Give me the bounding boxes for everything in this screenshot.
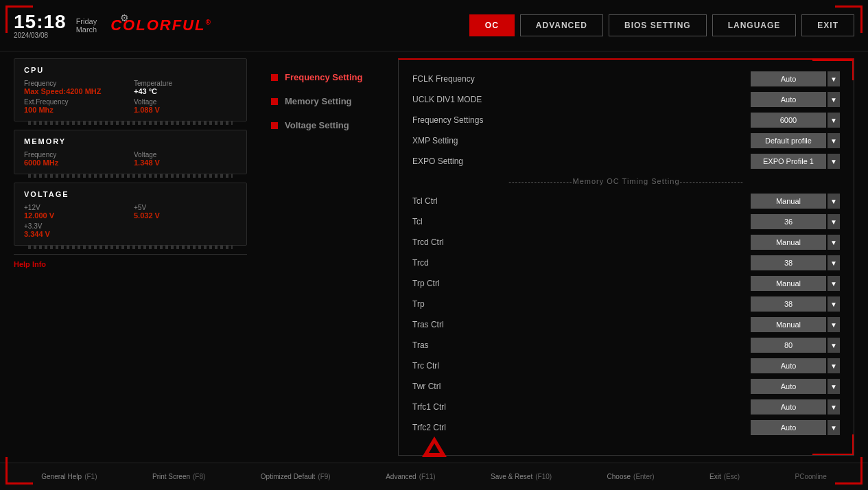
dropdown-xmp-setting[interactable]: ▼: [828, 133, 840, 148]
dropdown-expo-setting[interactable]: ▼: [828, 154, 840, 169]
voltage-grid: +12V 12.000 V +5V 5.032 V +3.3V 3.344 V: [24, 204, 237, 238]
valuebox-xmp-setting[interactable]: Default profile: [751, 133, 826, 148]
valuebox-uclk-div1-mode[interactable]: Auto: [751, 92, 826, 107]
time-block: 15:18 2024/03/08: [14, 12, 67, 39]
footer-print-screen: Print Screen (F8): [152, 473, 205, 480]
value-trp-ctrl: Manual ▼: [751, 276, 840, 291]
dropdown-tcl-ctrl[interactable]: ▼: [828, 194, 840, 209]
row-xmp-setting: XMP Setting Default profile ▼: [406, 130, 847, 151]
date-display: 2024/03/08: [14, 32, 67, 39]
dropdown-tras-ctrl[interactable]: ▼: [828, 317, 840, 332]
value-trc-ctrl: Auto ▼: [751, 358, 840, 373]
corner-decoration-bl: [5, 457, 33, 485]
memory-grid: Frequency 6000 MHz Voltage 1.348 V: [24, 151, 237, 167]
footer-shortcut-exit: (Esc): [724, 473, 740, 480]
valuebox-trc-ctrl[interactable]: Auto: [751, 358, 826, 373]
value-xmp-setting: Default profile ▼: [751, 133, 840, 148]
dropdown-trp-ctrl[interactable]: ▼: [828, 276, 840, 291]
valuebox-trp[interactable]: 38: [751, 296, 826, 312]
row-frequency-settings: Frequency Settings 6000 ▼: [406, 110, 847, 130]
dropdown-twr-ctrl[interactable]: ▼: [828, 379, 840, 394]
valuebox-trfc2-ctrl[interactable]: Auto: [751, 420, 826, 435]
voltage-title: VOLTAGE: [24, 190, 237, 198]
footer-shortcut-general-help: (F1): [84, 473, 97, 480]
valuebox-trfc1-ctrl[interactable]: Auto: [751, 399, 826, 415]
v33-value: 3.344 V: [24, 230, 127, 238]
label-trc-ctrl: Trc Ctrl: [412, 361, 439, 371]
cpu-grid: Frequency Max Speed:4200 MHZ Temperature…: [24, 80, 237, 114]
panel-corner-tr: [812, 60, 854, 80]
settings-container: FCLK Frequency Auto ▼ UCLK DIV1 MODE Aut…: [398, 58, 854, 456]
cpu-ext-freq-block: Ext.Frequency 100 Mhz: [24, 98, 127, 114]
cpu-freq-label: Frequency Max Speed:4200 MHZ: [24, 80, 127, 95]
valuebox-tcl[interactable]: 36: [751, 214, 826, 229]
row-tcl: Tcl 36 ▼: [406, 211, 847, 232]
footer-optimized-default: Optimized Default (F9): [261, 473, 331, 480]
valuebox-trcd-ctrl[interactable]: Manual: [751, 235, 826, 250]
row-trc-ctrl: Trc Ctrl Auto ▼: [406, 355, 847, 376]
valuebox-expo-setting[interactable]: EXPO Profile 1: [751, 154, 826, 169]
menu-label-frequency-setting: Frequency Setting: [285, 72, 362, 82]
help-info: Help Info: [14, 254, 247, 268]
menu-item-memory-setting[interactable]: Memory Setting: [261, 89, 384, 113]
value-trcd-ctrl: Manual ▼: [751, 235, 840, 250]
label-tras-ctrl: Tras Ctrl: [412, 320, 444, 329]
footer-shortcut-choose: (Enter): [633, 473, 655, 480]
dropdown-uclk-div1-mode[interactable]: ▼: [828, 92, 840, 107]
valuebox-frequency-settings[interactable]: 6000: [751, 113, 826, 128]
nav-buttons: OC ADVANCED BIOS SETTING LANGUAGE EXIT: [469, 14, 854, 36]
nav-btn-advanced[interactable]: ADVANCED: [520, 14, 603, 36]
value-trp: 38 ▼: [751, 296, 840, 312]
footer-shortcut-save-reset: (F10): [535, 473, 552, 480]
dropdown-frequency-settings[interactable]: ▼: [828, 113, 840, 128]
nav-btn-bios-setting[interactable]: BIOS SETTING: [609, 14, 707, 36]
valuebox-twr-ctrl[interactable]: Auto: [751, 379, 826, 394]
value-trfc2-ctrl: Auto ▼: [751, 420, 840, 435]
menu-item-frequency-setting[interactable]: Frequency Setting: [261, 65, 384, 89]
triangle-icon: [422, 436, 447, 457]
label-tcl: Tcl: [412, 217, 423, 226]
value-trfc1-ctrl: Auto ▼: [751, 399, 840, 415]
label-tcl-ctrl: Tcl Ctrl: [412, 196, 438, 206]
v12-block: +12V 12.000 V: [24, 204, 127, 220]
valuebox-tras[interactable]: 80: [751, 338, 826, 353]
dropdown-trfc1-ctrl[interactable]: ▼: [828, 399, 840, 415]
row-trp-ctrl: Trp Ctrl Manual ▼: [406, 273, 847, 294]
label-frequency-settings: Frequency Settings: [412, 115, 483, 125]
dropdown-trcd-ctrl[interactable]: ▼: [828, 235, 840, 250]
gear-icon: ⚙: [120, 12, 129, 23]
value-trcd: 38 ▼: [751, 255, 840, 270]
row-tcl-ctrl: Tcl Ctrl Manual ▼: [406, 191, 847, 211]
day-label: Friday: [76, 17, 97, 25]
nav-btn-oc[interactable]: OC: [469, 14, 515, 36]
left-panel: CPU Frequency Max Speed:4200 MHZ Tempera…: [0, 51, 261, 463]
label-trfc2-ctrl: Trfc2 Ctrl: [412, 423, 446, 432]
footer-key-print-screen: Print Screen: [152, 473, 190, 480]
nav-btn-exit[interactable]: EXIT: [801, 14, 854, 36]
cpu-title: CPU: [24, 66, 237, 74]
dropdown-trcd[interactable]: ▼: [828, 255, 840, 270]
dropdown-trp[interactable]: ▼: [828, 296, 840, 312]
valuebox-tras-ctrl[interactable]: Manual: [751, 317, 826, 332]
cpu-temp-value: +43 °C: [134, 87, 237, 95]
settings-scroll[interactable]: FCLK Frequency Auto ▼ UCLK DIV1 MODE Aut…: [399, 65, 854, 450]
label-trfc1-ctrl: Trfc1 Ctrl: [412, 402, 446, 412]
dropdown-tras[interactable]: ▼: [828, 338, 840, 353]
nav-btn-language[interactable]: LANGUAGE: [712, 14, 797, 36]
row-fclk-frequency: FCLK Frequency Auto ▼: [406, 69, 847, 89]
header-left: 15:18 2024/03/08 Friday March ⚙ COLORFUL…: [14, 12, 212, 39]
cpu-card: CPU Frequency Max Speed:4200 MHZ Tempera…: [14, 58, 247, 121]
row-trfc2-ctrl: Trfc2 Ctrl Auto ▼: [406, 417, 847, 438]
row-trp: Trp 38 ▼: [406, 294, 847, 314]
menu-item-voltage-setting[interactable]: Voltage Setting: [261, 113, 384, 137]
valuebox-trcd[interactable]: 38: [751, 255, 826, 270]
dropdown-trc-ctrl[interactable]: ▼: [828, 358, 840, 373]
row-trfc1-ctrl: Trfc1 Ctrl Auto ▼: [406, 397, 847, 417]
dropdown-trfc2-ctrl[interactable]: ▼: [828, 420, 840, 435]
valuebox-trp-ctrl[interactable]: Manual: [751, 276, 826, 291]
cpu-max-speed: Max Speed:4200 MHZ: [24, 87, 127, 95]
valuebox-tcl-ctrl[interactable]: Manual: [751, 194, 826, 209]
footer-key-general-help: General Help: [41, 473, 82, 480]
main-content: CPU Frequency Max Speed:4200 MHZ Tempera…: [0, 51, 868, 463]
dropdown-tcl[interactable]: ▼: [828, 214, 840, 229]
